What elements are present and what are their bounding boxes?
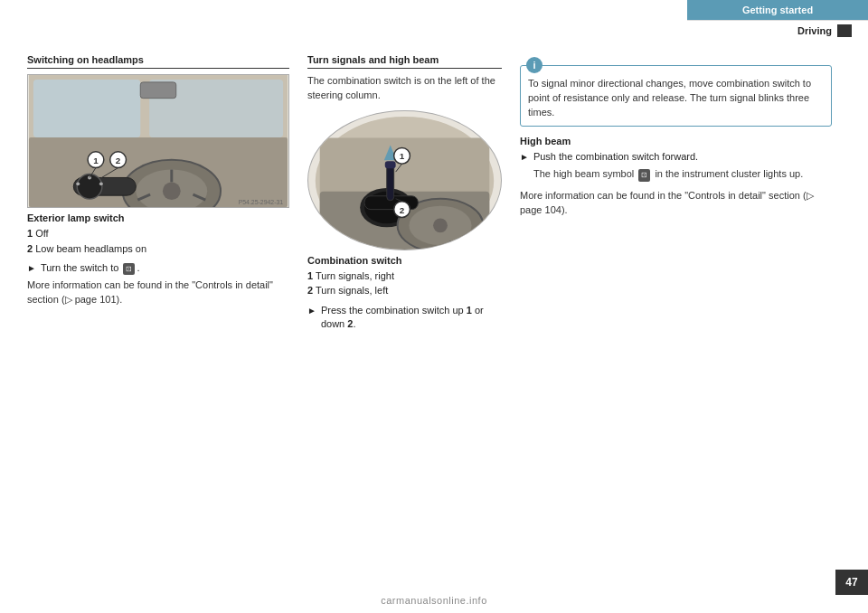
arrow-icon-left: ► [27, 262, 36, 275]
switch-icon-left: ⊡ [123, 263, 135, 275]
right-column: i To signal minor directional changes, m… [520, 54, 832, 577]
tab-getting-started-label: Getting started [742, 5, 813, 15]
driving-block-icon [837, 24, 852, 37]
svg-text:2: 2 [116, 156, 121, 165]
mid-description: The combination switch is on the left of… [307, 74, 502, 103]
high-beam-more-info: More information can be found in the "Co… [520, 189, 832, 218]
high-beam-icon: ⊡ [638, 169, 650, 182]
arrow-icon-mid: ► [307, 305, 316, 317]
mid-item-list: 1 Turn signals, right 2 Turn signals, le… [307, 269, 502, 298]
page-number: 47 [835, 570, 868, 595]
svg-point-12 [99, 182, 103, 185]
svg-text:P54.25-2945-31: P54.25-2945-31 [449, 240, 495, 246]
svg-text:1: 1 [93, 156, 99, 165]
svg-text:1: 1 [400, 151, 405, 161]
headlamp-svg: 1 2 P54.25-2942-31 [28, 75, 288, 207]
svg-rect-21 [140, 82, 175, 99]
tab-driving-label: Driving [797, 25, 832, 36]
svg-rect-19 [33, 80, 140, 137]
high-beam-title: High beam [520, 136, 832, 146]
main-content: Switching on headlamps [27, 54, 832, 577]
tab-driving: Driving [687, 20, 868, 41]
tab-area: Getting started Driving [687, 0, 868, 41]
info-box-text: To signal minor directional changes, mov… [528, 77, 824, 120]
svg-rect-33 [385, 161, 396, 168]
tab-getting-started: Getting started [687, 0, 868, 20]
mid-section-title: Turn signals and high beam [307, 54, 502, 69]
mid-item-2: 2 Turn signals, left [307, 283, 502, 298]
left-column: Switching on headlamps [27, 54, 289, 577]
left-note: More information can be found in the "Co… [27, 278, 289, 307]
svg-text:2: 2 [400, 204, 405, 214]
left-action: ► Turn the switch to ⊡. [27, 261, 289, 275]
info-icon: i [526, 57, 542, 73]
arrow-icon-right: ► [520, 151, 529, 164]
left-item-2: 2 Low beam headlamps on [27, 241, 289, 257]
headlamp-image: 1 2 P54.25-2942-31 [27, 74, 289, 208]
left-caption-title: Exterior lamp switch [27, 212, 289, 223]
mid-caption-title: Combination switch [307, 255, 502, 266]
high-beam-action: ► Push the combination switch forward. [520, 150, 832, 164]
mid-column: Turn signals and high beam The combinati… [307, 54, 502, 577]
mid-action: ► Press the combination switch up 1 or d… [307, 304, 502, 332]
turn-signal-image: 1 2 P54.25-2945-31 [307, 110, 502, 250]
left-item-list: 1 Off 2 Low beam headlamps on [27, 226, 289, 256]
mid-item-1: 1 Turn signals, right [307, 269, 502, 284]
high-beam-note: The high beam symbol ⊡ in the instrument… [533, 167, 832, 182]
svg-point-30 [433, 218, 448, 232]
svg-rect-32 [387, 165, 394, 200]
info-box: i To signal minor directional changes, m… [520, 65, 832, 127]
watermark: carmanualsonline.info [381, 595, 487, 606]
turn-signal-svg: 1 2 P54.25-2945-31 [308, 111, 501, 250]
svg-text:P54.25-2942-31: P54.25-2942-31 [239, 199, 284, 205]
svg-point-11 [76, 182, 80, 185]
left-section-title: Switching on headlamps [27, 54, 289, 69]
svg-point-4 [163, 182, 181, 200]
left-item-1: 1 Off [27, 226, 289, 241]
